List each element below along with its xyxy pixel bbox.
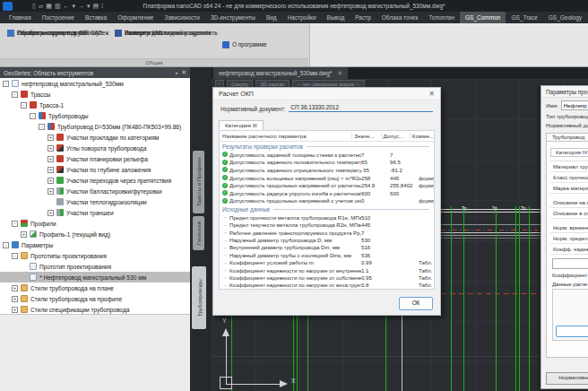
result-row[interactable]: ✓ Допустимость продольных напряжений с у…	[220, 197, 434, 205]
tree-item[interactable]: + Участки переходов через препятствия	[0, 175, 190, 186]
tree-expander[interactable]: +	[48, 156, 54, 162]
param-row[interactable]: Описание на пр	[550, 197, 588, 208]
tree-expander[interactable]: -	[30, 113, 36, 119]
input-row[interactable]: → Рабочее давление транспортируемого про…	[220, 229, 434, 236]
ribbon-button[interactable]: Разобрать модель в другой чертеж	[7, 27, 108, 39]
input-row[interactable]: → Внутренний диаметр трубопровода Din, м…	[220, 244, 434, 251]
redo-menu-icon[interactable]: ▾	[87, 2, 91, 10]
tree-expander[interactable]: +	[48, 135, 54, 141]
tree-expander[interactable]: +	[48, 167, 54, 173]
ribbon-tab[interactable]: GS_Common	[460, 12, 506, 23]
ribbon-tab[interactable]: 3D-инструменты	[205, 12, 261, 23]
col-name[interactable]: Название расчетного параметра	[220, 133, 351, 139]
tree-expander[interactable]: -	[3, 81, 9, 87]
coeff-input[interactable]	[552, 258, 588, 269]
tree-expander[interactable]: +	[48, 188, 54, 195]
tree-expander[interactable]: +	[12, 307, 18, 313]
param-row[interactable]: Марка матери	[550, 183, 588, 194]
tree-expander[interactable]: +	[12, 285, 18, 291]
tree-item[interactable]: Участки теплогидроизоляции	[0, 196, 190, 207]
param-row[interactable]: Коэфф. надеж	[550, 244, 588, 255]
dialog-title-bar[interactable]: Расчет ОКП ✕	[213, 88, 440, 100]
ribbon-button[interactable]: О программе	[222, 39, 267, 50]
ribbon-tab[interactable]: Облака точек	[376, 12, 424, 23]
undo-icon[interactable]: ←	[64, 2, 70, 10]
document-tab[interactable]: нефтепровод магистральный_530мм.dwg* ✕	[213, 67, 348, 79]
tree-item[interactable]: - Трубопровод D=530мм (ПК480-ПК503+99.86…	[0, 121, 190, 132]
tree-item[interactable]: - нефтепровод магистральный_530мм	[0, 78, 190, 89]
input-row[interactable]: → Предел прочности металла трубопровода …	[220, 213, 434, 221]
tree-expander[interactable]: +	[12, 296, 18, 302]
col-comment[interactable]: Комме...	[410, 133, 434, 139]
tree-item[interactable]: + Углы поворота трубопровода	[0, 143, 190, 153]
ribbon-tab[interactable]: Зависимости	[159, 12, 204, 23]
pin-icon[interactable]: ▪	[176, 70, 177, 76]
vertical-tab-trassy[interactable]: Трассы и Профили	[193, 151, 204, 213]
ribbon-tab[interactable]: GS_Trace	[506, 12, 542, 23]
ribbon-group-label[interactable]: Общая	[0, 58, 308, 66]
tree-item[interactable]: + Стили трубопровода на плане	[0, 282, 190, 293]
input-row[interactable]: → Коэффициент надежности по нагрузке от …	[220, 274, 434, 281]
undo-menu-icon[interactable]: ▾	[73, 2, 76, 10]
result-row[interactable]: ✓ Допустимость заданного отрицательного …	[220, 166, 434, 174]
normative-params-button[interactable]: Нормативные п	[546, 372, 588, 385]
input-row[interactable]: → Коэффициент надежности по нагрузке от …	[220, 282, 434, 289]
ribbon-tab[interactable]: GS_Geology	[543, 12, 587, 23]
param-row[interactable]: Норм. временн	[550, 222, 588, 233]
tree-item[interactable]: - Прототипы проектирования	[0, 250, 190, 261]
tree-item[interactable]: - Параметры	[0, 239, 190, 250]
tree-expander[interactable]: -	[21, 102, 27, 109]
redo-icon[interactable]: →	[78, 2, 84, 10]
tree-item[interactable]: Прототип проектирования	[0, 261, 190, 272]
ribbon-button[interactable]: Развернуть по видовым экранам	[115, 27, 211, 39]
calc-data-button[interactable]	[556, 326, 588, 337]
ribbon-tab[interactable]: Вывод	[322, 12, 350, 23]
save-as-icon[interactable]: ▥	[55, 2, 61, 10]
tree-item[interactable]: + Стили спецификации трубопровода	[0, 304, 190, 315]
nanocad-logo-icon[interactable]	[3, 2, 13, 11]
tree-item[interactable]: * Нефтепровод магистральный 530 мм	[0, 272, 190, 282]
result-row[interactable]: ✓ Допустимость заданного положительного …	[220, 159, 434, 167]
tree-item[interactable]: - Трасса-1	[0, 100, 190, 110]
tree-item[interactable]: + Участки планировки рельефа	[0, 153, 190, 164]
toolbar-overflow-icon[interactable]: ⁞	[101, 2, 103, 10]
tree-item[interactable]: + Профиль-1 (текущий вид)	[0, 229, 190, 239]
tree-expander[interactable]: -	[12, 91, 18, 98]
tree-item[interactable]: + Участки траншеи	[0, 207, 190, 218]
input-row[interactable]: → Коэффициент надежности по нагрузке от …	[220, 266, 434, 274]
panel-tab[interactable]: Трубопровод	[546, 133, 588, 141]
tree-expander[interactable]: +	[21, 231, 27, 238]
new-file-icon[interactable]: ▯	[32, 2, 36, 10]
result-row[interactable]: ✓ Допустимость кольцевых напряжений |σкц…	[220, 174, 434, 182]
result-row[interactable]: ✓ Допустимость заданной толщины стенки к…	[220, 151, 434, 159]
vertical-tab-truboprovody[interactable]: Трубопроводы	[192, 266, 206, 329]
ribbon-tab[interactable]: Вставка	[80, 12, 112, 23]
ribbon-tab[interactable]: Топоплан	[423, 12, 460, 23]
result-row[interactable]: ✓ Допустимость продольных напряжений от …	[220, 181, 434, 189]
ribbon-tab[interactable]: Главная	[4, 12, 37, 23]
tree-item[interactable]: + Участки балластировки/футеровки	[0, 186, 190, 196]
input-row[interactable]: → Предел текучести металла трубопровода …	[220, 222, 434, 229]
palette-close-icon[interactable]: ✕	[181, 69, 186, 76]
result-row[interactable]: ✓ Допустимость радиуса упругого изгиба к…	[220, 189, 434, 197]
tree-expander[interactable]: -	[12, 221, 18, 227]
open-file-icon[interactable]: ▱	[39, 2, 43, 10]
tree-item[interactable]: + Участки по глубине заложения	[0, 164, 190, 175]
print-icon[interactable]: ▤	[93, 2, 99, 10]
col-limit[interactable]: Допус...	[381, 133, 410, 139]
tree-expander[interactable]: -	[39, 124, 45, 130]
vertical-tab-geologiya[interactable]: Геология	[193, 216, 204, 250]
input-row[interactable]: → Коэффициент условий работы m 0.99 Табл…	[220, 259, 434, 266]
ribbon-tab[interactable]: Вид	[261, 12, 282, 23]
dialog-close-icon[interactable]: ✕	[428, 91, 435, 98]
col-value[interactable]: Значе...	[351, 133, 380, 139]
tree-item[interactable]: + Стили трубопровода на профиле	[0, 293, 190, 304]
tree-item[interactable]: + Участки прокладки по категориям	[0, 132, 190, 143]
tree-item[interactable]: - Трубопроводы	[0, 110, 190, 121]
tree-item[interactable]: - Профили	[0, 218, 190, 229]
tree-expander[interactable]: +	[48, 145, 54, 152]
param-row[interactable]: Норм. предел	[550, 233, 588, 244]
param-row[interactable]: Материал труб	[550, 161, 588, 172]
category-tab[interactable]: Категория III	[219, 120, 264, 130]
name-input[interactable]	[561, 100, 588, 110]
